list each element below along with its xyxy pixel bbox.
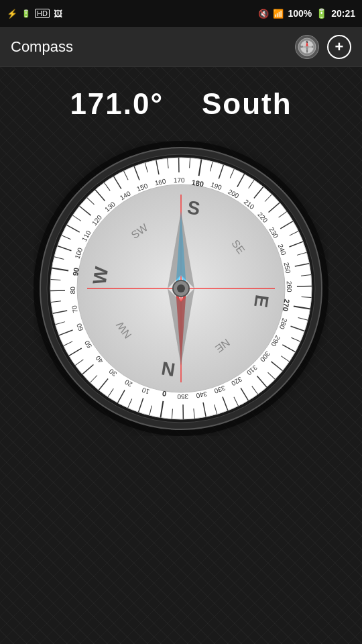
status-bar: ⚡ 🔋 HD 🖼 🔇 📶 100% 🔋 20:21 <box>0 0 362 27</box>
signal-icon: 📶 <box>273 9 284 19</box>
svg-point-138 <box>177 284 185 292</box>
direction-value: South <box>202 87 292 120</box>
status-right: 🔇 📶 100% 🔋 20:21 <box>258 8 355 19</box>
compass-small-button[interactable]: N S W E <box>295 35 319 59</box>
app-title: Compass <box>11 38 73 56</box>
battery-icon: 🔋 <box>316 8 327 19</box>
svg-text:80: 80 <box>69 286 76 294</box>
compass-container: 0 10 20 30 40 <box>0 141 362 436</box>
svg-text:W: W <box>300 45 303 48</box>
usb-icon: ⚡ <box>7 9 17 19</box>
svg-text:90: 90 <box>71 267 80 276</box>
compass-dial: 0 10 20 30 40 <box>34 141 328 436</box>
mute-icon: 🔇 <box>258 9 269 19</box>
heading-text: 171.0° South <box>70 87 292 120</box>
image-icon: 🖼 <box>54 9 62 19</box>
compass-svg: 0 10 20 30 40 <box>34 141 328 436</box>
heading-display: 171.0° South <box>0 67 362 134</box>
svg-text:350: 350 <box>177 393 188 400</box>
hd-icon: HD <box>35 9 50 18</box>
svg-text:E: E <box>312 45 314 48</box>
svg-text:170: 170 <box>174 176 185 184</box>
svg-text:N: N <box>306 40 308 44</box>
toolbar: Compass N S W E + <box>0 27 362 67</box>
toolbar-actions: N S W E + <box>295 35 351 59</box>
battery-saver-icon: 🔋 <box>21 9 31 18</box>
degrees-value: 171.0° <box>70 87 164 120</box>
status-icons-left: ⚡ 🔋 HD 🖼 <box>7 9 62 19</box>
add-button[interactable]: + <box>327 35 351 59</box>
clock: 20:21 <box>331 8 355 19</box>
battery-percent: 100% <box>288 8 312 19</box>
compass-small-icon: N S W E <box>298 38 316 56</box>
svg-text:W: W <box>89 265 113 286</box>
svg-text:260: 260 <box>286 281 293 292</box>
svg-text:S: S <box>306 50 308 53</box>
